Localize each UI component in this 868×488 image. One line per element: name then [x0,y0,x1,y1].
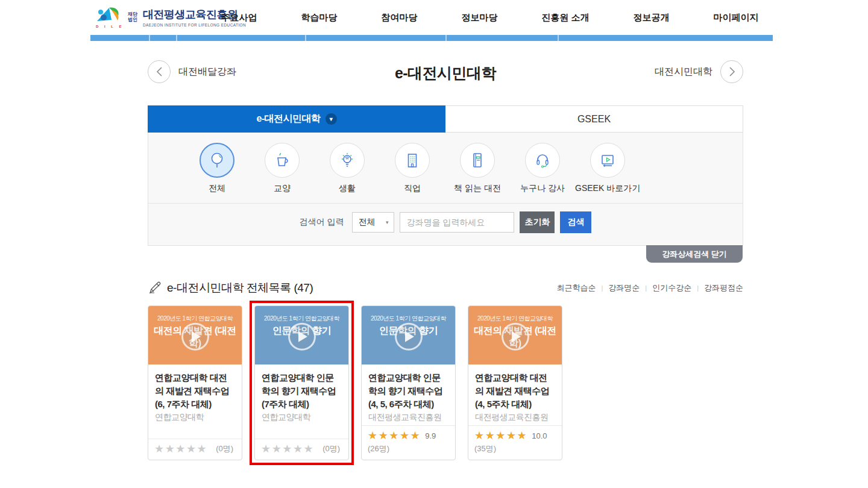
rating-score: 10.0 [532,431,547,440]
course-rating-row: ★★★★★ (0명) [148,439,242,460]
category-anyone-instructor[interactable]: 누구나 강사 [510,143,575,194]
list-title: e-대전시민대학 전체목록 (47) [148,280,313,296]
play-icon[interactable] [288,322,316,350]
lightbulb-icon [338,151,356,169]
tab-gseek[interactable]: GSEEK [445,105,743,133]
course-title: 연합교양대학 대전의 재발견 재택수업(6, 7주차 대체) [155,371,235,410]
tab-e-daejeon-citizen-univ[interactable]: e-대전시민대학 ▾ [148,105,445,133]
course-search-bar: 검색어 입력 전체 ▾ 초기화 검색 [148,204,743,240]
course-thumbnail: 2020년도 1학기 연합교양대학 대전의 재발견 (대전학) [468,306,562,364]
course-title: 연합교양대학 인문학의 향기 재택수업(4, 5, 6주차 대체) [368,371,448,410]
nav-item-information[interactable]: 정보마당 [461,12,497,23]
nav-item-disclosure[interactable]: 정보공개 [634,12,670,23]
chevron-right-icon [729,66,735,77]
course-card-highlighted[interactable]: 2020년도 1학기 연합교양대학 인문학의 향기 연합교양대학 인문학의 향기… [254,305,349,460]
nav-item-main-business[interactable]: 주요사업 [221,12,257,23]
play-icon[interactable] [181,322,209,350]
star-rating-icon: ★★★★★ [368,430,421,441]
course-card[interactable]: 2020년도 1학기 연합교양대학 인문학의 향기 연합교양대학 인문학의 향기… [361,305,456,460]
sort-popularity[interactable]: 인기수강순 [652,283,691,293]
sort-options: 최근학습순| 강좌명순| 인기수강순| 강좌평점순 [556,283,743,293]
chevron-left-icon [156,66,163,77]
rating-score: 9.9 [425,431,436,440]
nav-item-mypage[interactable]: 마이페이지 [713,12,758,23]
course-provider: 대전평생교육진흥원 [368,412,448,423]
course-name-input[interactable] [400,212,514,233]
nav-item-about[interactable]: 진흥원 소개 [541,12,589,23]
course-thumbnail: 2020년도 1학기 연합교양대학 대전의 재발견 (대전학) [148,306,242,364]
course-card[interactable]: 2020년도 1학기 연합교양대학 대전의 재발견 (대전학) 연합교양대학 대… [468,305,562,460]
reset-button[interactable]: 초기화 [520,211,555,233]
course-title: 연합교양대학 인문학의 향기 재택수업(7주차 대체) [262,371,342,410]
page-title-row: 대전배달강좌 e-대전시민대학 대전시민대학 [148,58,743,88]
category-list: 전체 교양 생활 직업 책 읽는 대전 [148,133,743,194]
brand-foundation-label: 재단 법인 [128,11,137,22]
nav-item-learning[interactable]: 학습마당 [301,12,337,23]
rating-count: (35명) [474,443,556,454]
star-rating-icon: ★★★★★ [154,443,207,454]
rating-count: (0명) [322,443,340,454]
category-book-reading-daejeon[interactable]: 책 읽는 대전 [445,143,510,194]
cup-icon [273,151,291,169]
rating-count: (26명) [368,443,449,454]
category-job[interactable]: 직업 [380,143,445,194]
course-card[interactable]: 2020년도 1학기 연합교양대학 대전의 재발견 (대전학) 연합교양대학 대… [148,305,242,460]
building-icon [403,151,421,169]
star-rating-icon: ★★★★★ [474,430,527,441]
logo-mark-icon: D I L E [93,4,124,30]
page-title: e-대전시민대학 [148,58,743,88]
chevron-down-icon[interactable]: ▾ [326,113,337,125]
star-rating-icon: ★★★★★ [261,443,314,454]
balloon-icon [208,151,226,169]
nav-highlight-bar [90,35,773,41]
prev-page-button[interactable] [148,60,171,83]
course-card-list: 2020년도 1학기 연합교양대학 대전의 재발견 (대전학) 연합교양대학 대… [148,305,743,460]
next-page-label[interactable]: 대전시민대학 [655,66,712,78]
sort-rating[interactable]: 강좌평점순 [704,283,743,293]
main-navigation: 주요사업 학습마당 참여마당 정보마당 진흥원 소개 정보공개 마이페이지 [199,0,781,35]
search-button[interactable]: 검색 [560,211,591,233]
svg-text:D I L E: D I L E [96,25,124,28]
course-provider: 연합교양대학 [262,412,342,423]
course-title: 연합교양대학 대전의 재발견 재택수업(4, 5주차 대체) [475,371,555,410]
course-rating-row: ★★★★★ (0명) [255,439,348,460]
sort-name[interactable]: 강좌명순 [608,283,640,293]
search-label: 검색어 입력 [300,217,344,228]
course-thumbnail: 2020년도 1학기 연합교양대학 인문학의 향기 [362,306,455,364]
category-gseek-shortcut[interactable]: GSEEK 바로가기 [575,143,640,194]
sort-recent[interactable]: 최근학습순 [556,283,596,293]
pencil-icon [148,281,162,295]
rating-count: (0명) [216,443,233,454]
select-caret-icon: ▾ [386,219,389,225]
course-filter-panel: e-대전시민대학 ▾ GSEEK 전체 교양 생활 [148,105,743,246]
course-rating-row: ★★★★★ 10.0 (35명) [468,425,562,460]
video-player-icon [599,151,617,169]
play-icon[interactable] [502,322,529,350]
headset-icon [533,151,552,169]
close-detail-search-button[interactable]: 강좌상세검색 닫기 [646,245,743,263]
next-page-button[interactable] [720,60,743,83]
course-thumbnail: 2020년도 1학기 연합교양대학 인문학의 향기 [255,306,348,364]
category-liberal-arts[interactable]: 교양 [250,143,315,194]
top-bar: D I L E 재단 법인 대전평생교육진흥원 DAEJEON INSTITUT… [0,0,868,35]
nav-item-participation[interactable]: 참여마당 [381,12,417,23]
course-rating-row: ★★★★★ 9.9 (26명) [362,425,455,460]
play-icon[interactable] [395,322,423,350]
course-provider: 연합교양대학 [155,412,235,423]
search-scope-select[interactable]: 전체 ▾ [352,212,394,233]
book-icon [468,151,486,169]
prev-page-label[interactable]: 대전배달강좌 [178,66,236,78]
category-all[interactable]: 전체 [184,143,250,194]
course-provider: 대전평생교육진흥원 [475,412,555,423]
category-life[interactable]: 생활 [315,143,380,194]
